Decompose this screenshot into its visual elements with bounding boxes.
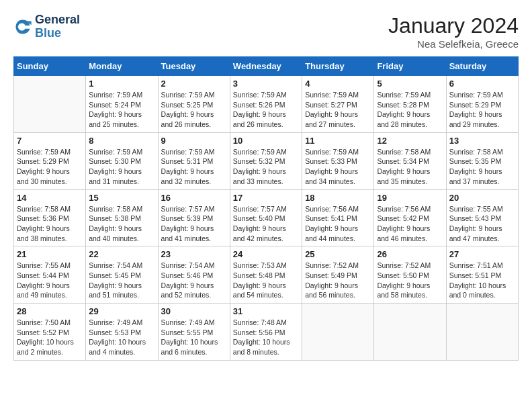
day-number: 22 [89,249,154,259]
day-info: Sunrise: 7:58 AMSunset: 5:34 PMDaylight:… [377,147,443,187]
day-info: Sunrise: 7:59 AMSunset: 5:29 PMDaylight:… [17,147,83,187]
calendar-cell: 10Sunrise: 7:59 AMSunset: 5:32 PMDayligh… [230,132,302,189]
calendar-cell: 3Sunrise: 7:59 AMSunset: 5:26 PMDaylight… [230,76,302,133]
day-info: Sunrise: 7:56 AMSunset: 5:41 PMDaylight:… [305,204,371,244]
day-number: 18 [305,193,371,203]
calendar-cell: 9Sunrise: 7:59 AMSunset: 5:31 PMDaylight… [158,132,230,189]
day-info: Sunrise: 7:59 AMSunset: 5:29 PMDaylight:… [449,90,515,130]
calendar-cell: 17Sunrise: 7:57 AMSunset: 5:40 PMDayligh… [230,189,302,246]
day-number: 2 [161,79,227,89]
day-number: 6 [449,79,515,89]
calendar-cell: 13Sunrise: 7:58 AMSunset: 5:35 PMDayligh… [446,132,518,189]
day-info: Sunrise: 7:59 AMSunset: 5:30 PMDaylight:… [89,147,154,187]
weekday-header: Saturday [446,57,518,76]
day-info: Sunrise: 7:49 AMSunset: 5:53 PMDaylight:… [89,318,154,357]
day-info: Sunrise: 7:59 AMSunset: 5:33 PMDaylight:… [305,147,371,187]
calendar-cell: 30Sunrise: 7:49 AMSunset: 5:55 PMDayligh… [158,304,230,361]
day-info: Sunrise: 7:55 AMSunset: 5:43 PMDaylight:… [449,204,515,244]
weekday-header: Thursday [302,57,374,76]
day-number: 8 [89,136,154,146]
calendar-cell: 7Sunrise: 7:59 AMSunset: 5:29 PMDaylight… [14,132,86,189]
day-number: 19 [377,193,443,203]
calendar-cell: 5Sunrise: 7:59 AMSunset: 5:28 PMDaylight… [374,76,446,133]
day-number: 10 [233,136,299,146]
day-info: Sunrise: 7:54 AMSunset: 5:45 PMDaylight:… [89,261,154,300]
calendar-cell: 4Sunrise: 7:59 AMSunset: 5:27 PMDaylight… [302,76,374,133]
day-number: 30 [161,306,227,316]
day-info: Sunrise: 7:48 AMSunset: 5:56 PMDaylight:… [233,318,299,357]
day-number: 21 [17,249,83,259]
calendar-week-row: 28Sunrise: 7:50 AMSunset: 5:52 PMDayligh… [14,304,519,361]
day-number: 26 [377,249,443,259]
day-number: 4 [305,79,371,89]
day-number: 27 [449,249,515,259]
calendar-cell [302,304,374,361]
day-number: 28 [17,306,83,316]
calendar-cell: 18Sunrise: 7:56 AMSunset: 5:41 PMDayligh… [302,189,374,246]
calendar-cell: 14Sunrise: 7:58 AMSunset: 5:36 PMDayligh… [14,189,86,246]
calendar-week-row: 14Sunrise: 7:58 AMSunset: 5:36 PMDayligh… [14,189,519,246]
calendar-cell: 11Sunrise: 7:59 AMSunset: 5:33 PMDayligh… [302,132,374,189]
calendar-cell: 28Sunrise: 7:50 AMSunset: 5:52 PMDayligh… [14,304,86,361]
calendar-cell: 8Sunrise: 7:59 AMSunset: 5:30 PMDaylight… [86,132,158,189]
calendar-cell: 25Sunrise: 7:52 AMSunset: 5:49 PMDayligh… [302,246,374,304]
calendar-cell: 15Sunrise: 7:58 AMSunset: 5:38 PMDayligh… [86,189,158,246]
calendar-cell: 6Sunrise: 7:59 AMSunset: 5:29 PMDaylight… [446,76,518,133]
day-info: Sunrise: 7:59 AMSunset: 5:32 PMDaylight:… [233,147,299,187]
calendar-cell: 2Sunrise: 7:59 AMSunset: 5:25 PMDaylight… [158,76,230,133]
day-number: 1 [89,79,154,89]
day-number: 9 [161,136,227,146]
weekday-header: Tuesday [158,57,230,76]
logo-icon [13,17,32,36]
day-number: 16 [161,193,227,203]
calendar-cell: 27Sunrise: 7:51 AMSunset: 5:51 PMDayligh… [446,246,518,304]
day-info: Sunrise: 7:59 AMSunset: 5:28 PMDaylight:… [377,90,443,130]
calendar-cell [14,76,86,133]
calendar-table: SundayMondayTuesdayWednesdayThursdayFrid… [13,56,519,361]
calendar-cell: 19Sunrise: 7:56 AMSunset: 5:42 PMDayligh… [374,189,446,246]
day-info: Sunrise: 7:59 AMSunset: 5:24 PMDaylight:… [89,90,154,130]
day-info: Sunrise: 7:54 AMSunset: 5:46 PMDaylight:… [161,261,227,300]
day-number: 11 [305,136,371,146]
weekday-header: Monday [86,57,158,76]
day-info: Sunrise: 7:59 AMSunset: 5:31 PMDaylight:… [161,147,227,187]
day-info: Sunrise: 7:51 AMSunset: 5:51 PMDaylight:… [449,261,515,300]
month-title: January 2024 [388,13,519,38]
calendar-cell: 29Sunrise: 7:49 AMSunset: 5:53 PMDayligh… [86,304,158,361]
day-number: 20 [449,193,515,203]
calendar-week-row: 21Sunrise: 7:55 AMSunset: 5:44 PMDayligh… [14,246,519,304]
calendar-cell: 31Sunrise: 7:48 AMSunset: 5:56 PMDayligh… [230,304,302,361]
calendar-cell: 1Sunrise: 7:59 AMSunset: 5:24 PMDaylight… [86,76,158,133]
title-area: January 2024 Nea Selefkeia, Greece [388,13,519,50]
day-number: 3 [233,79,299,89]
calendar-week-row: 7Sunrise: 7:59 AMSunset: 5:29 PMDaylight… [14,132,519,189]
calendar-cell: 26Sunrise: 7:52 AMSunset: 5:50 PMDayligh… [374,246,446,304]
day-number: 31 [233,306,299,316]
weekday-header: Sunday [14,57,86,76]
calendar-cell: 23Sunrise: 7:54 AMSunset: 5:46 PMDayligh… [158,246,230,304]
page-header: General Blue January 2024 Nea Selefkeia,… [13,13,519,50]
day-info: Sunrise: 7:58 AMSunset: 5:35 PMDaylight:… [449,147,515,187]
logo-text-line1: General [35,13,80,27]
calendar-cell [446,304,518,361]
calendar-cell: 20Sunrise: 7:55 AMSunset: 5:43 PMDayligh… [446,189,518,246]
day-number: 15 [89,193,154,203]
day-number: 13 [449,136,515,146]
day-number: 23 [161,249,227,259]
calendar-cell: 16Sunrise: 7:57 AMSunset: 5:39 PMDayligh… [158,189,230,246]
calendar-cell: 24Sunrise: 7:53 AMSunset: 5:48 PMDayligh… [230,246,302,304]
day-number: 24 [233,249,299,259]
day-number: 14 [17,193,83,203]
logo-text-line2: Blue [35,27,80,40]
day-info: Sunrise: 7:57 AMSunset: 5:40 PMDaylight:… [233,204,299,244]
calendar-week-row: 1Sunrise: 7:59 AMSunset: 5:24 PMDaylight… [14,76,519,133]
weekday-header: Friday [374,57,446,76]
day-info: Sunrise: 7:59 AMSunset: 5:25 PMDaylight:… [161,90,227,130]
weekday-header: Wednesday [230,57,302,76]
day-number: 17 [233,193,299,203]
day-info: Sunrise: 7:52 AMSunset: 5:49 PMDaylight:… [305,261,371,300]
day-info: Sunrise: 7:57 AMSunset: 5:39 PMDaylight:… [161,204,227,244]
day-info: Sunrise: 7:59 AMSunset: 5:26 PMDaylight:… [233,90,299,130]
day-number: 7 [17,136,83,146]
day-number: 5 [377,79,443,89]
